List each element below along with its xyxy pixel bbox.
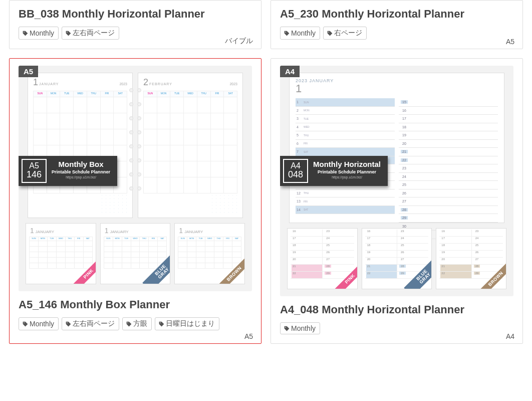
tag-icon: [65, 321, 72, 327]
preview-area: A4 2023 JANUARY 1 1SUN2MON3TUE4WED5THU6F…: [280, 66, 513, 296]
mini-calendar: ········································…: [100, 194, 128, 215]
tag-icon: [22, 321, 29, 327]
tag-icon: [22, 30, 29, 37]
size-label: バイブル: [225, 37, 253, 46]
tag-list: Monthly 右ページ: [280, 27, 513, 40]
tag-icon: [158, 321, 165, 327]
tag-grid[interactable]: 方眼: [122, 317, 152, 330]
overlay-label: A5 146 Monthly Box Printable Schdule Pla…: [19, 156, 117, 186]
size-label: A4: [506, 332, 514, 340]
tag-icon: [284, 325, 290, 332]
tag-icon: [65, 30, 72, 37]
tag-list: Monthly: [280, 322, 513, 334]
tag-icon: [284, 30, 290, 37]
card-title: A5_146 Monthly Box Planner: [19, 298, 252, 311]
mini-calendar: ········································…: [210, 194, 238, 215]
tag-monthly[interactable]: Monthly: [280, 27, 320, 40]
planner-card-selected[interactable]: A5 1 JANUARY 2023 SUNMONTUEWEDTHUFRISAT …: [9, 58, 261, 344]
thumbnail[interactable]: 1JANUARYSUNMONTUEWEDTHUFRISATBLUEGRAY: [100, 223, 171, 284]
size-badge: A5: [19, 66, 38, 77]
planner-card[interactable]: BB_038 Monthly Horizontal Planner Monthl…: [9, 0, 261, 49]
thumbnail[interactable]: 1623172418251926202721282229BLUEGRAY: [362, 228, 432, 289]
thumbnail[interactable]: 1623172418251926202721282229BROWN: [436, 228, 506, 289]
tag-sunday-start[interactable]: 日曜日はじまり: [155, 317, 219, 330]
tag-both-pages[interactable]: 左右両ページ: [62, 27, 119, 40]
calendar-grid: SUNMONTUEWEDTHUFRISAT: [143, 91, 237, 193]
tag-list: Monthly 左右両ページ: [19, 27, 252, 40]
preview-pages: 2023 JANUARY 1 1SUN2MON3TUE4WED5THU6FRI7…: [287, 73, 506, 223]
preview-page: 2023 JANUARY 1 1SUN2MON3TUE4WED5THU6FRI7…: [289, 73, 504, 223]
tag-right-page[interactable]: 右ページ: [323, 27, 367, 40]
tag-monthly[interactable]: Monthly: [19, 317, 59, 330]
preview-pages: 1 JANUARY 2023 SUNMONTUEWEDTHUFRISAT ···…: [26, 73, 245, 218]
tag-monthly[interactable]: Monthly: [19, 27, 59, 40]
tag-icon: [126, 321, 132, 327]
tag-monthly[interactable]: Monthly: [280, 322, 320, 334]
thumbnail[interactable]: 1623172418251926202721282229PINK: [287, 228, 358, 289]
card-title: A5_230 Monthly Horizontal Planner: [280, 8, 513, 21]
preview-page-right: 2 FEBRUARY 2023 SUNMONTUEWEDTHUFRISAT ··…: [138, 73, 243, 218]
binder-holes: [137, 88, 141, 190]
planner-card[interactable]: A4 2023 JANUARY 1 1SUN2MON3TUE4WED5THU6F…: [271, 58, 523, 344]
tag-both-pages[interactable]: 左右両ページ: [62, 317, 119, 330]
preview-area: A5 1 JANUARY 2023 SUNMONTUEWEDTHUFRISAT …: [19, 66, 252, 291]
size-badge: A4: [280, 66, 300, 77]
thumbnail[interactable]: 1JANUARYSUNMONTUEWEDTHUFRISATPINK: [26, 223, 96, 284]
thumbnail-row: 1623172418251926202721282229PINK16231724…: [287, 228, 506, 289]
planner-card[interactable]: A5_230 Monthly Horizontal Planner Monthl…: [271, 0, 523, 49]
thumbnail[interactable]: 1JANUARYSUNMONTUEWEDTHUFRISATBROWN: [174, 223, 245, 284]
overlay-label: A4 048 Monthly Horizontal Printable Schd…: [280, 156, 388, 186]
preview-page-left: 1 JANUARY 2023 SUNMONTUEWEDTHUFRISAT ···…: [28, 73, 133, 218]
binder-holes: [129, 88, 133, 190]
tag-list: Monthly 左右両ページ 方眼 日曜日はじまり: [19, 317, 252, 330]
size-label: A5: [244, 332, 253, 340]
size-label: A5: [506, 38, 514, 46]
tag-icon: [327, 30, 333, 37]
card-title: A4_048 Monthly Horizontal Planner: [280, 303, 513, 316]
thumbnail-row: 1JANUARYSUNMONTUEWEDTHUFRISATPINK1JANUAR…: [26, 223, 245, 284]
card-title: BB_038 Monthly Horizontal Planner: [19, 8, 252, 21]
